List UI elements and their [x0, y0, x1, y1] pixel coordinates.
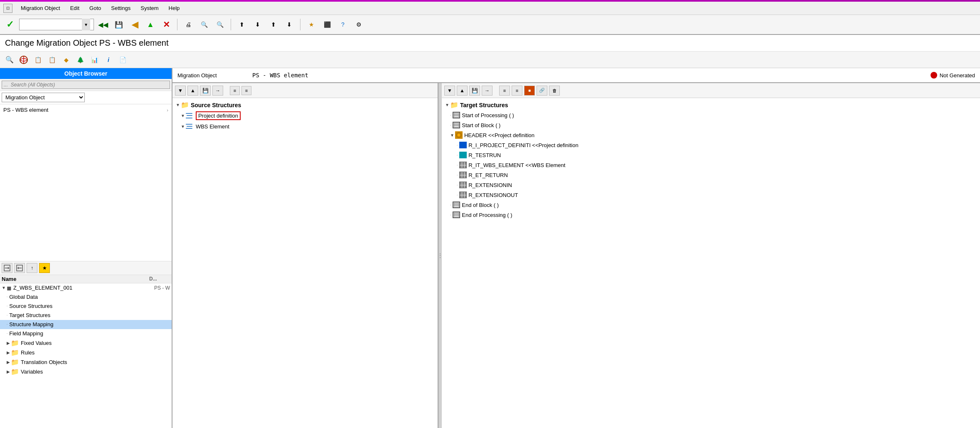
- grid-icon-reo: [459, 192, 467, 198]
- src-btn-save[interactable]: 💾: [200, 86, 211, 96]
- tree-item-target-structures[interactable]: · Target Structures: [0, 311, 172, 320]
- tree-item-rules[interactable]: ▶ 📁 Rules: [0, 348, 172, 357]
- tree-item-structure-mapping[interactable]: · Structure Mapping: [0, 320, 172, 329]
- tgt-btn-save[interactable]: 💾: [469, 86, 480, 96]
- src-btn-expand[interactable]: ▼: [175, 86, 186, 96]
- src-btn-a2[interactable]: ≡: [241, 86, 251, 95]
- src-btn-collapse[interactable]: ▲: [187, 86, 198, 96]
- toolbar-sep-2: [231, 19, 231, 30]
- tree-item-variables[interactable]: ▶ 📁 Variables: [0, 367, 172, 376]
- move-down2-button[interactable]: ⬇: [283, 18, 296, 31]
- menu-edit[interactable]: Edit: [69, 4, 81, 12]
- search-btn[interactable]: 🔍: [3, 54, 16, 66]
- source-structures-header[interactable]: ▼ 📁 Source Structures: [174, 100, 436, 110]
- tgt-r-extensionin[interactable]: · R_EXTENSIONIN: [443, 180, 978, 190]
- tgt-start-block[interactable]: · Start of Block ( ): [443, 120, 978, 130]
- command-dropdown-arrow[interactable]: ▼: [82, 19, 90, 30]
- cancel-button[interactable]: ✕: [160, 18, 173, 31]
- copy-btn[interactable]: 📋: [32, 54, 44, 66]
- move-up-button[interactable]: ⬆: [235, 18, 249, 31]
- source-panel: ▼ ▲ 💾 → ≡ ≡ ▼ 📁 Source Structures: [172, 83, 438, 428]
- table-btn[interactable]: 📊: [88, 54, 101, 66]
- command-input[interactable]: [20, 21, 82, 29]
- menu-goto[interactable]: Goto: [88, 4, 103, 12]
- nav-back-button[interactable]: ◀: [128, 18, 141, 31]
- tree-label-source-structures: Source Structures: [9, 303, 52, 309]
- tree-item-translation-objects[interactable]: ▶ 📁 Translation Objects: [0, 357, 172, 367]
- tgt-btn-nav[interactable]: →: [482, 86, 492, 96]
- save-button[interactable]: 💾: [112, 18, 126, 31]
- ob-btn-move-in[interactable]: [2, 263, 12, 273]
- layout-button[interactable]: ⬛: [320, 18, 334, 31]
- command-input-wrap[interactable]: ▼: [19, 19, 94, 30]
- tree-item-fixed-values[interactable]: ▶ 📁 Fixed Values: [0, 338, 172, 348]
- tgt-r-it-wbs[interactable]: · R_IT_WBS_ELEMENT <<WBS Element: [443, 160, 978, 170]
- source-wbs-element[interactable]: ▼ WBS Element: [174, 121, 436, 131]
- find-next-button[interactable]: 🔍: [213, 18, 227, 31]
- dot-rip: ·: [457, 143, 458, 147]
- move-up2-button[interactable]: ⬆: [267, 18, 280, 31]
- tgt-btn-delete[interactable]: 🗑: [549, 86, 560, 96]
- tree-label-rules: Rules: [21, 349, 34, 356]
- dot-5: ·: [7, 332, 7, 335]
- tgt-r-extensionout[interactable]: · R_EXTENSIONOUT: [443, 190, 978, 200]
- confirm-button[interactable]: ✓: [3, 18, 17, 31]
- tree-header: Name D...: [0, 275, 172, 283]
- tree-root-item[interactable]: ▼ ◼ Z_WBS_ELEMENT_001 PS - W: [0, 283, 172, 293]
- diamond-btn[interactable]: ◆: [60, 54, 72, 66]
- tgt-end-processing[interactable]: · End of Processing ( ): [443, 210, 978, 220]
- tgt-r-i-project[interactable]: · R_I_PROJECT_DEFINITI <<Project definit…: [443, 140, 978, 150]
- tgt-btn-collapse[interactable]: ▲: [457, 86, 468, 96]
- status-text: Not Generated: [940, 72, 975, 79]
- proc-icon-ep: [453, 212, 460, 218]
- tree-item-source-structures[interactable]: · Source Structures: [0, 302, 172, 311]
- tgt-btn-link[interactable]: 🔗: [537, 86, 547, 96]
- print-button[interactable]: 🖨: [182, 18, 195, 31]
- info-btn[interactable]: i: [102, 54, 115, 66]
- menu-migration-object[interactable]: Migration Object: [19, 4, 62, 12]
- source-project-def[interactable]: ▼ Project definition: [174, 110, 436, 121]
- ob-ps-item[interactable]: PS - WBS element ›: [2, 106, 170, 114]
- src-btn-nav[interactable]: →: [212, 86, 223, 96]
- ob-btn-favorite[interactable]: ★: [39, 263, 50, 273]
- variables-chevron: ▶: [7, 369, 10, 374]
- tree-label-translation-objects: Translation Objects: [21, 359, 67, 365]
- target-structures-header[interactable]: ▼ 📁 Target Structures: [443, 100, 978, 110]
- tree-item-field-mapping[interactable]: · Field Mapping: [0, 329, 172, 338]
- menu-help[interactable]: Help: [167, 4, 182, 12]
- doc-btn[interactable]: 📄: [116, 54, 129, 66]
- wbs-wave-icon: [186, 123, 194, 130]
- move-down-button[interactable]: ⬇: [251, 18, 264, 31]
- bookmark-button[interactable]: ★: [305, 18, 318, 31]
- tree-btn[interactable]: 🌲: [74, 54, 86, 66]
- ob-btn-up[interactable]: ↑: [27, 263, 37, 273]
- tree-item-global-data[interactable]: · Global Data: [0, 293, 172, 302]
- header-icon: [455, 131, 463, 139]
- tgt-label-r-et-return: R_ET_RETURN: [468, 172, 508, 178]
- ob-search-input[interactable]: [2, 81, 170, 89]
- paste-btn[interactable]: 📋: [46, 54, 58, 66]
- tgt-btn-expand[interactable]: ▼: [444, 86, 455, 96]
- nav-back-begin-button[interactable]: ◀◀: [96, 18, 110, 31]
- menu-system[interactable]: System: [139, 4, 160, 12]
- help-button[interactable]: ?: [336, 18, 350, 31]
- settings-button[interactable]: ⚙: [352, 18, 365, 31]
- tgt-folder-icon: 📁: [450, 101, 458, 109]
- tgt-start-processing[interactable]: · Start of Processing ( ): [443, 110, 978, 120]
- tgt-r-et-return[interactable]: · R_ET_RETURN: [443, 170, 978, 180]
- panel-divider[interactable]: [438, 83, 442, 428]
- nav-up-button[interactable]: ▲: [144, 18, 157, 31]
- src-folder-icon: 📁: [181, 101, 189, 109]
- tgt-r-testrun[interactable]: · R_TESTRUN: [443, 150, 978, 160]
- tgt-end-block[interactable]: · End of Block ( ): [443, 200, 978, 210]
- ob-type-dropdown[interactable]: Migration Object: [2, 93, 85, 102]
- src-btn-a1[interactable]: ≡: [230, 86, 240, 95]
- tgt-btn-color[interactable]: ■: [524, 86, 535, 96]
- tgt-header-folder[interactable]: ▼ HEADER <<Project definition: [443, 130, 978, 140]
- globe-btn[interactable]: [17, 54, 30, 66]
- tgt-btn-a2[interactable]: ≡: [512, 86, 522, 96]
- tgt-btn-a1[interactable]: ≡: [499, 86, 510, 96]
- menu-settings[interactable]: Settings: [109, 4, 132, 12]
- find-button[interactable]: 🔍: [197, 18, 211, 31]
- ob-btn-move-out[interactable]: [14, 263, 25, 273]
